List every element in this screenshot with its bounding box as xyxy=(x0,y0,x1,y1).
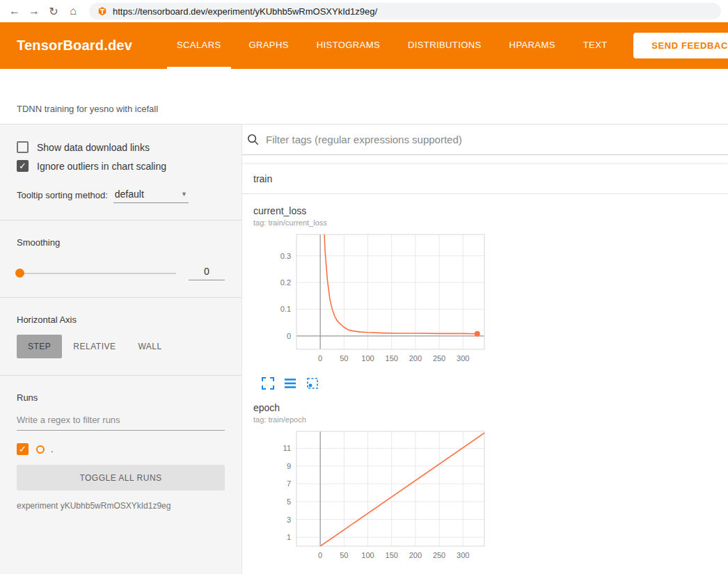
data-table-icon[interactable] xyxy=(284,377,296,390)
chart-plot-current-loss[interactable]: 05010015020025030000.10.20.3 xyxy=(253,231,487,373)
axis-button-group: STEP RELATIVE WALL xyxy=(17,335,225,358)
svg-text:9: 9 xyxy=(287,462,291,470)
brand-logo[interactable]: TensorBoard.dev xyxy=(17,38,132,54)
smoothing-slider-thumb[interactable] xyxy=(15,269,24,278)
tab-graphs[interactable]: GRAPHS xyxy=(239,22,299,69)
fit-domain-icon[interactable] xyxy=(306,377,319,390)
scalars-main: train current_loss tag: train/current_lo… xyxy=(242,125,728,574)
tab-text[interactable]: TEXT xyxy=(573,22,617,69)
content: Show data download links ✓ Ignore outlie… xyxy=(0,124,728,574)
address-bar[interactable]: https://tensorboard.dev/experiment/yKUbh… xyxy=(89,3,721,19)
smoothing-value-field[interactable]: 0 xyxy=(189,266,225,280)
chart-card-current-loss: current_loss tag: train/current_loss 050… xyxy=(253,205,487,390)
chart-title: current_loss xyxy=(253,205,487,216)
smoothing-slider-row: 0 xyxy=(17,266,225,280)
tab-hparams[interactable]: HPARAMS xyxy=(500,22,565,69)
show-download-links-checkbox[interactable] xyxy=(17,141,29,153)
tag-filter-row xyxy=(242,125,728,155)
svg-text:250: 250 xyxy=(433,354,445,362)
train-group-card: train current_loss tag: train/current_lo… xyxy=(242,164,728,574)
smoothing-slider[interactable] xyxy=(17,273,176,274)
chevron-down-icon: ▼ xyxy=(181,191,187,198)
svg-text:0: 0 xyxy=(318,354,322,362)
svg-text:0: 0 xyxy=(318,551,322,559)
reload-icon[interactable]: ↻ xyxy=(45,2,63,20)
send-feedback-button[interactable]: SEND FEEDBACK xyxy=(633,33,728,58)
tooltip-sorting-select[interactable]: default ▼ xyxy=(113,187,189,203)
show-download-links-label: Show data download links xyxy=(37,142,150,153)
run-checkbox[interactable]: ✓ xyxy=(17,443,29,455)
ignore-outliers-checkbox[interactable]: ✓ xyxy=(17,160,29,172)
chart-plot-epoch[interactable]: 0501001502002503001357911 xyxy=(253,428,487,570)
back-icon[interactable]: ← xyxy=(6,2,24,20)
show-download-links-row[interactable]: Show data download links xyxy=(17,141,225,153)
tensorboard-site-icon xyxy=(97,6,107,16)
experiment-title: TDNN training for yesno with icefall xyxy=(17,104,158,114)
charts-grid: current_loss tag: train/current_loss 050… xyxy=(242,194,728,574)
search-icon xyxy=(246,133,260,146)
svg-text:200: 200 xyxy=(409,354,422,362)
ignore-outliers-row[interactable]: ✓ Ignore outliers in chart scaling xyxy=(17,160,225,172)
svg-text:150: 150 xyxy=(386,354,398,362)
svg-text:0: 0 xyxy=(287,332,291,340)
svg-text:50: 50 xyxy=(340,354,348,362)
svg-text:150: 150 xyxy=(386,551,398,559)
svg-text:3: 3 xyxy=(287,516,291,524)
tooltip-sorting-label: Tooltip sorting method: xyxy=(17,190,108,200)
svg-text:5: 5 xyxy=(287,497,291,506)
chart-tag: tag: train/epoch xyxy=(253,415,487,424)
chart-toolbar xyxy=(262,377,487,390)
tab-histograms[interactable]: HISTOGRAMS xyxy=(307,22,390,69)
tooltip-sorting-value: default xyxy=(115,189,144,200)
forward-icon[interactable]: → xyxy=(25,2,43,20)
chart-card-epoch: epoch tag: train/epoch 05010015020025030… xyxy=(253,402,487,574)
svg-text:0.3: 0.3 xyxy=(280,252,291,260)
horizontal-axis-label: Horizontal Axis xyxy=(17,314,225,325)
tab-distributions[interactable]: DISTRIBUTIONS xyxy=(398,22,491,69)
run-name: . xyxy=(51,444,54,454)
app-header: TensorBoard.dev SCALARS GRAPHS HISTOGRAM… xyxy=(0,22,728,69)
smoothing-label: Smoothing xyxy=(17,237,225,248)
chart-tag: tag: train/current_loss xyxy=(253,218,487,227)
svg-text:100: 100 xyxy=(361,551,374,559)
ignore-outliers-label: Ignore outliers in chart scaling xyxy=(37,161,166,172)
smoothing-section: Smoothing 0 xyxy=(0,221,242,298)
run-list-item[interactable]: ✓ . xyxy=(17,443,225,455)
train-group-header[interactable]: train xyxy=(242,164,728,194)
svg-text:7: 7 xyxy=(287,479,291,488)
runs-label: Runs xyxy=(17,392,225,403)
svg-text:250: 250 xyxy=(433,551,445,559)
svg-text:300: 300 xyxy=(457,551,469,559)
toggle-all-runs-button[interactable]: TOGGLE ALL RUNS xyxy=(17,465,225,491)
axis-wall-button[interactable]: WALL xyxy=(127,335,173,358)
tag-filter-input[interactable] xyxy=(266,134,722,145)
browser-toolbar: ← → ↻ ⌂ https://tensorboard.dev/experime… xyxy=(0,0,728,22)
home-icon[interactable]: ⌂ xyxy=(64,2,82,20)
svg-text:0.1: 0.1 xyxy=(280,305,291,313)
axis-step-button[interactable]: STEP xyxy=(17,335,62,358)
svg-text:0.2: 0.2 xyxy=(280,278,291,287)
svg-text:100: 100 xyxy=(361,354,374,362)
experiment-id-text: experiment yKUbhb5wRmOSXYkId1z9eg xyxy=(17,501,225,511)
svg-text:11: 11 xyxy=(283,444,291,452)
runs-section: Runs ✓ . TOGGLE ALL RUNS experiment yKUb… xyxy=(0,376,242,527)
svg-text:1: 1 xyxy=(287,533,291,541)
horizontal-axis-section: Horizontal Axis STEP RELATIVE WALL xyxy=(0,298,242,376)
chart-title: epoch xyxy=(253,402,487,413)
runs-filter-input[interactable] xyxy=(17,410,225,431)
experiment-title-strip: TDNN training for yesno with icefall xyxy=(0,69,728,124)
url-text[interactable]: https://tensorboard.dev/experiment/yKUbh… xyxy=(113,6,377,17)
axis-relative-button[interactable]: RELATIVE xyxy=(62,335,127,358)
nav-tabs: SCALARS GRAPHS HISTOGRAMS DISTRIBUTIONS … xyxy=(163,22,622,69)
settings-sidebar: Show data download links ✓ Ignore outlie… xyxy=(0,125,242,574)
svg-text:200: 200 xyxy=(409,551,422,559)
tooltip-sorting-row: Tooltip sorting method: default ▼ xyxy=(17,187,225,203)
general-settings-section: Show data download links ✓ Ignore outlie… xyxy=(0,125,242,221)
tab-scalars[interactable]: SCALARS xyxy=(167,22,231,69)
svg-text:300: 300 xyxy=(457,354,469,362)
expand-chart-icon[interactable] xyxy=(262,377,274,390)
svg-text:50: 50 xyxy=(340,551,348,559)
run-color-swatch-icon xyxy=(36,445,45,454)
